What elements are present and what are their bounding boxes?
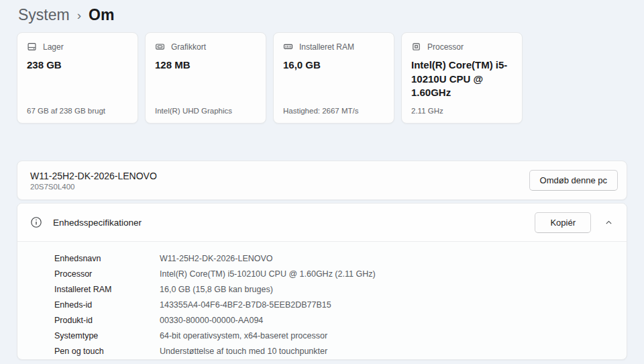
spec-label: Pen og touch [54,347,160,356]
settings-about-page: System › Om Lager 238 GB 67 GB af 238 GB… [0,0,644,364]
processor-card-value: Intel(R) Core(TM) i5-10210U CPU @ 1.60GH… [411,58,513,100]
ram-card: Installeret RAM 16,0 GB Hastighed: 2667 … [273,32,394,124]
storage-card-value: 238 GB [27,58,128,73]
ram-card-footer: Hastighed: 2667 MT/s [283,107,387,115]
spec-row-processor: Processor Intel(R) Core(TM) i5-10210U CP… [17,266,627,281]
device-name: W11-25H2-DK-2026-LENOVO [30,171,529,181]
storage-card-footer: 67 GB af 238 GB brugt [27,107,131,115]
ram-icon [283,42,293,52]
spec-value: Intel(R) Core(TM) i5-10210U CPU @ 1.60GH… [160,269,376,279]
gpu-card: Grafikkort 128 MB Intel(R) UHD Graphics [145,32,266,124]
gpu-card-value: 128 MB [155,58,256,73]
ram-card-label: Installeret RAM [299,42,354,52]
spec-value: 64-bit operativsystem, x64-baseret proce… [160,331,327,340]
spec-label: Produkt-id [54,316,160,325]
storage-icon [27,42,37,52]
spec-row-device-name: Enhedsnavn W11-25H2-DK-2026-LENOVO [17,251,627,266]
spec-row-product-id: Produkt-id 00330-80000-00000-AA094 [17,312,627,328]
device-name-card: W11-25H2-DK-2026-LENOVO 20S7S0L400 Omdøb… [17,161,627,200]
info-icon [30,216,42,228]
breadcrumb-separator-icon: › [77,7,81,23]
spec-label: Processor [54,269,160,279]
spec-label: Enheds-id [54,300,160,310]
device-specifications-title: Enhedsspecifikationer [53,218,535,228]
breadcrumb-system[interactable]: System [18,6,70,24]
rename-pc-button[interactable]: Omdøb denne pc [529,170,618,191]
chevron-up-icon[interactable] [600,214,617,231]
processor-card: Processor Intel(R) Core(TM) i5-10210U CP… [401,32,523,124]
device-model: 20S7S0L400 [30,183,529,191]
spec-value: W11-25H2-DK-2026-LENOVO [160,254,273,263]
spec-row-device-id: Enheds-id 143355A4-04F6-4BF2-B7D8-5EEB2D… [17,297,627,312]
spec-label: Installeret RAM [54,285,160,294]
spec-row-installed-ram: Installeret RAM 16,0 GB (15,8 GB kan bru… [17,281,627,297]
gpu-card-label: Grafikkort [171,42,206,52]
spec-row-system-type: Systemtype 64-bit operativsystem, x64-ba… [17,328,627,343]
spec-value: 16,0 GB (15,8 GB kan bruges) [160,285,273,294]
spec-label: Systemtype [54,331,160,340]
device-specifications-table: Enhedsnavn W11-25H2-DK-2026-LENOVO Proce… [17,242,627,360]
device-specifications-header: Enhedsspecifikationer Kopiér [17,203,627,242]
storage-card-label: Lager [43,42,64,52]
processor-card-footer: 2.11 GHz [411,107,515,115]
page-title: Om [89,6,114,24]
spec-value: 143355A4-04F6-4BF2-B7D8-5EEB2DB77B15 [160,300,331,310]
spec-row-pen-touch: Pen og touch Understøttelse af touch med… [17,343,627,359]
gpu-card-footer: Intel(R) UHD Graphics [155,107,259,115]
stat-cards-row: Lager 238 GB 67 GB af 238 GB brugt Grafi… [17,32,523,124]
spec-value: Understøttelse af touch med 10 touchpunk… [160,347,327,356]
device-specifications-expander: Enhedsspecifikationer Kopiér Enhedsnavn … [17,203,627,360]
processor-card-label: Processor [427,42,464,52]
gpu-icon [155,42,165,52]
storage-card: Lager 238 GB 67 GB af 238 GB brugt [17,32,138,124]
cpu-icon [411,42,421,52]
breadcrumb: System › Om [18,1,114,28]
spec-value: 00330-80000-00000-AA094 [160,316,263,325]
spec-label: Enhedsnavn [54,254,160,263]
ram-card-value: 16,0 GB [283,58,384,73]
copy-button[interactable]: Kopiér [535,212,591,233]
